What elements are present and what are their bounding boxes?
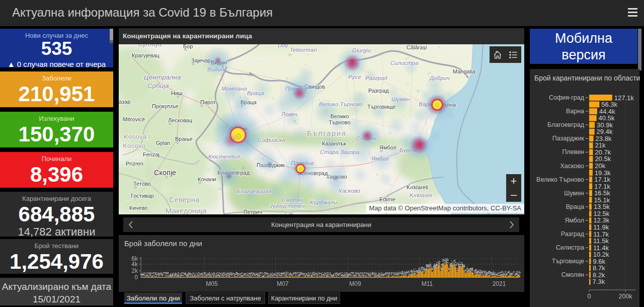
svg-text:Плевен: Плевен [562,148,584,156]
svg-text:Kosova /: Kosova / [124,133,150,140]
svg-text:Велико Търново: Велико Търново [536,176,584,183]
svg-text:Централна: Централна [144,73,181,81]
svg-text:Dolj: Dolj [278,44,288,48]
svg-text:Крагујевац: Крагујевац [132,52,160,58]
svg-text:Gjilan: Gjilan [156,140,170,146]
svg-text:3k: 3k [445,257,449,262]
svg-text:Србија: Србија [147,82,169,90]
svg-text:Варна: Варна [566,108,584,115]
svg-text:4k: 4k [433,264,437,269]
svg-text:Хасково: Хасково [560,163,584,170]
svg-text:Пирот: Пирот [200,99,216,105]
svg-text:Prizren: Prizren [126,161,143,167]
svg-text:M09: M09 [349,280,361,287]
svg-text:Търговище: Търговище [552,258,584,265]
svg-text:2k: 2k [479,269,483,274]
svg-text:4k: 4k [469,267,473,271]
svg-text:Mangalia: Mangalia [453,68,476,74]
svg-text:Благоевград: Благоевград [547,121,585,128]
svg-text:Кичево: Кичево [129,205,147,211]
svg-text:2k: 2k [131,267,138,274]
svg-text:3k: 3k [461,263,465,268]
svg-text:СР: СР [285,211,293,214]
svg-text:0: 0 [588,293,591,300]
svg-text:София-град: София-град [549,94,585,101]
svg-text:3k: 3k [449,263,453,267]
svg-text:M05: M05 [206,280,218,287]
svg-text:4k: 4k [426,263,430,268]
svg-text:2k: 2k [421,266,425,271]
svg-text:Kırklareli: Kırklareli [407,184,428,190]
svg-text:Ямбол: Ямбол [565,217,584,224]
svg-text:Кочани: Кочани [198,176,216,182]
svg-text:азар: азар [119,99,130,105]
svg-text:2021: 2021 [493,280,506,287]
svg-text:Смолян: Смолян [561,271,584,278]
svg-text:Северна: Северна [169,195,200,204]
svg-text:Лесковац: Лесковац [168,117,193,123]
svg-text:Пазарджик: Пазарджик [552,135,585,142]
svg-text:Петрич: Петрич [244,209,262,214]
svg-text:2k: 2k [474,269,478,274]
svg-text:3k: 3k [491,271,495,276]
svg-text:Гостивар: Гостивар [131,193,154,199]
svg-text:3k: 3k [417,269,421,274]
svg-text:200k: 200k [618,293,632,300]
svg-text:Враца: Враца [566,203,584,210]
svg-text:Teleorman: Teleorman [290,47,317,53]
svg-text:Kosovo: Kosovo [123,142,145,149]
svg-text:4k: 4k [131,261,138,268]
svg-text:M11: M11 [422,280,433,287]
svg-text:Разград: Разград [561,231,585,238]
svg-text:4k: 4k [440,266,444,271]
svg-text:Силистра: Силистра [556,244,584,251]
svg-text:Прокупље: Прокупље [152,103,179,109]
svg-text:Србија: Србија [138,44,162,48]
svg-text:2k: 2k [455,262,459,266]
svg-text:Врање: Врање [175,136,193,142]
svg-text:7.3k: 7.3k [593,278,605,285]
svg-text:0: 0 [134,274,138,281]
svg-text:Ferizaj: Ferizaj [143,151,159,158]
svg-text:M07: M07 [277,280,289,287]
svg-text:Македонија: Македонија [166,206,207,214]
svg-text:Скопје: Скопје [154,169,176,177]
svg-text:Шумен: Шумен [564,190,584,197]
svg-text:Тетово: Тетово [133,181,151,187]
svg-text:Kırklareli: Kırklareli [410,192,432,198]
svg-text:Călărași: Călărași [407,44,427,50]
svg-text:Ниш: Ниш [171,90,183,96]
svg-text:Edirne: Edirne [379,196,395,202]
svg-text:Бор: Бор [183,44,193,49]
svg-text:Mitrovicë: Mitrovicë [123,116,145,122]
